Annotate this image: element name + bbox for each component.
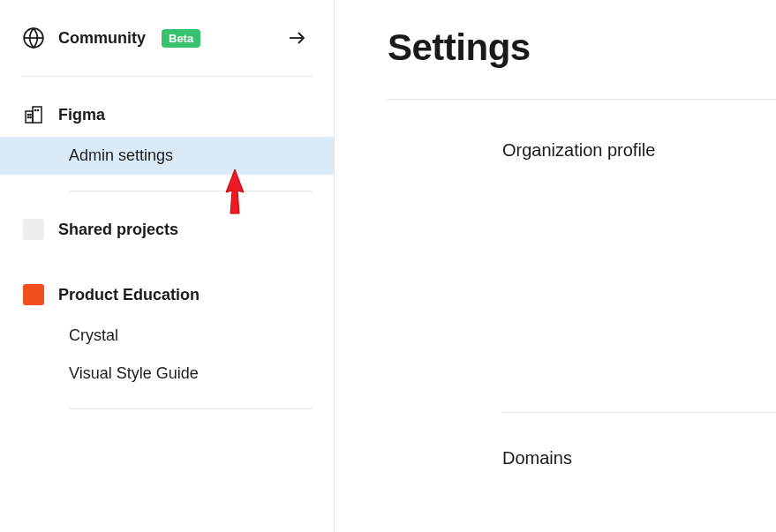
- sidebar-item-shared-projects[interactable]: Shared projects: [0, 207, 334, 251]
- sidebar-item-product-education[interactable]: Product Education: [0, 273, 334, 317]
- main-content: Settings Organization profile Domains: [335, 0, 776, 532]
- sidebar: Community Beta Figma Admin setti: [0, 0, 335, 532]
- building-icon: [21, 102, 46, 127]
- sidebar-item-admin-settings[interactable]: Admin settings: [0, 137, 334, 175]
- sidebar-label-product-education: Product Education: [58, 286, 200, 304]
- svg-point-5: [27, 116, 28, 117]
- square-icon-gray: [21, 217, 46, 242]
- divider: [502, 412, 776, 413]
- sidebar-label-crystal: Crystal: [69, 326, 118, 345]
- divider: [388, 99, 776, 100]
- sidebar-item-community[interactable]: Community Beta: [0, 16, 334, 60]
- globe-icon: [21, 26, 46, 50]
- sidebar-item-crystal[interactable]: Crystal: [0, 317, 334, 355]
- square-icon-orange: [21, 282, 46, 307]
- sidebar-label-community: Community: [58, 29, 146, 48]
- beta-badge: Beta: [162, 29, 200, 48]
- svg-rect-2: [33, 107, 41, 123]
- arrow-right-icon: [286, 27, 307, 49]
- section-heading-org-profile: Organization profile: [502, 140, 776, 161]
- divider: [69, 191, 313, 191]
- svg-point-7: [34, 109, 35, 110]
- sidebar-workspace-name: Figma: [58, 106, 105, 124]
- svg-point-3: [27, 114, 28, 115]
- svg-point-8: [37, 109, 38, 110]
- sidebar-label-admin-settings: Admin settings: [69, 146, 173, 165]
- divider: [69, 408, 313, 409]
- sidebar-label-shared-projects: Shared projects: [58, 221, 178, 239]
- sidebar-item-figma[interactable]: Figma: [0, 93, 334, 137]
- page-title: Settings: [388, 26, 776, 69]
- svg-point-6: [30, 116, 31, 117]
- sidebar-label-visual-style-guide: Visual Style Guide: [69, 364, 199, 383]
- sidebar-item-visual-style-guide[interactable]: Visual Style Guide: [0, 355, 334, 393]
- section-heading-domains: Domains: [502, 448, 776, 468]
- svg-point-4: [30, 114, 31, 115]
- divider: [21, 76, 313, 77]
